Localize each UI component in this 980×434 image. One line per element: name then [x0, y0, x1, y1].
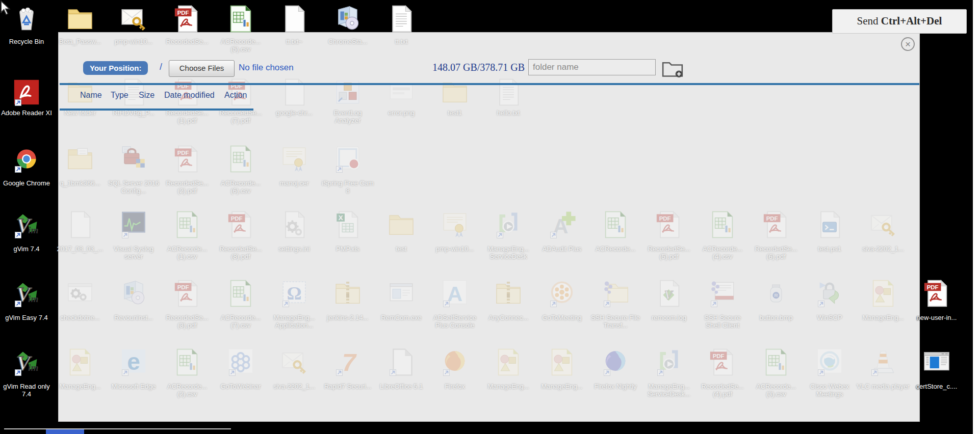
screenshot-window-icon	[922, 347, 951, 377]
shortcut-arrow-icon	[122, 369, 128, 376]
desktop-item-label: VLC media player	[857, 383, 910, 390]
desktop-item-label: gVim Read only 7.4	[0, 383, 53, 398]
desktop-item-label: certStore_c....	[910, 383, 963, 390]
desktop-item-label: ACRecorde... (7).csv	[214, 314, 267, 329]
blank-doc-icon	[65, 210, 95, 239]
desktop-item-label: GoToMeeting	[535, 314, 588, 321]
desktop-item-label: RecordedSe... (1).pdf	[161, 109, 214, 124]
desktop-item-label: ACRecorde... (3).csv	[750, 383, 803, 398]
close-icon[interactable]: ×	[901, 37, 915, 51]
desktop-item-label: ADSelfService Plus Console	[428, 314, 481, 329]
desktop-item-label: AnyConnec...	[482, 314, 535, 321]
webex-icon	[815, 347, 844, 377]
pdf-icon: PDF	[172, 4, 202, 34]
desktop-item-label: checkdotne...	[54, 314, 107, 321]
desktop-item-label: SSH Secure Shell Client	[696, 314, 749, 329]
calc-icon	[708, 210, 737, 239]
pdf-icon: PDF	[172, 279, 202, 308]
column-header-name[interactable]: Name	[80, 91, 102, 100]
pdf-icon: PDF	[172, 144, 202, 174]
desktop-item-label: new-user-in...	[910, 314, 963, 321]
bmp-image-icon: R	[761, 279, 791, 308]
envelope-key-icon	[868, 210, 898, 239]
draw-doc-icon	[547, 347, 577, 377]
desktop-item-label: Adobe Reader XI	[0, 109, 53, 117]
send-ctrl-alt-del-button[interactable]: Send Ctrl+Alt+Del	[832, 9, 967, 34]
svg-text:PDF: PDF	[659, 215, 671, 222]
shortcut-arrow-icon	[443, 369, 450, 376]
desktop-item-label: ACRecorde... (5).csv	[214, 38, 267, 53]
svg-text:PDF: PDF	[177, 284, 189, 290]
svg-text:7: 7	[342, 348, 357, 376]
shortcut-arrow-icon	[604, 301, 610, 307]
calc-icon	[226, 279, 255, 308]
desktop-item-label: ManageEng...	[482, 383, 535, 390]
desktop-item-label: error.png	[375, 109, 428, 117]
desktop-item-label: manoj.cer	[268, 179, 321, 187]
desktop-item-label: test	[375, 245, 428, 253]
column-header-action[interactable]: Action	[224, 91, 247, 100]
ssh-terminal-icon	[708, 279, 737, 308]
no-file-chosen-text: No file chosen	[239, 63, 294, 73]
shortcut-arrow-icon	[390, 369, 396, 376]
desktop-item-label: RecordedSe... (8).pdf	[214, 245, 267, 260]
desktop-item-label: ChromeSta...	[321, 38, 374, 45]
create-folder-icon[interactable]	[661, 60, 684, 78]
envelope-key-icon	[119, 4, 148, 34]
desktop-item-label: PMP.xls	[321, 245, 374, 253]
calc-icon	[172, 347, 202, 377]
svg-text:PDF: PDF	[177, 150, 189, 156]
svg-text:V: V	[664, 288, 674, 302]
shortcut-arrow-icon	[15, 166, 21, 173]
svg-text:im: im	[28, 293, 38, 304]
desktop-item-label: ACRecorde... (2).csv	[161, 383, 214, 398]
send-button-prefix: Send	[857, 15, 881, 27]
screen-edge-strip	[973, 0, 980, 434]
console-icon	[386, 279, 416, 308]
desktop-item-label: SQL Server 2016 Config...	[107, 179, 160, 195]
powershell-doc-icon	[815, 210, 844, 239]
desktop-item-label: LibreOffice 5.1	[375, 383, 428, 390]
pdf-icon: PDF	[922, 279, 951, 308]
vim-doc-icon: V	[654, 279, 684, 308]
vlc-icon	[868, 347, 898, 377]
desktop-item-label: Revouninst...	[107, 314, 160, 321]
draw-doc-icon	[868, 279, 898, 308]
shortcut-arrow-icon	[871, 369, 878, 376]
shortcut-arrow-icon	[336, 166, 343, 173]
desktop-item-label: SSH Secure File Transf...	[589, 314, 642, 329]
text-doc-icon	[386, 4, 416, 34]
shortcut-arrow-icon	[443, 301, 450, 307]
svg-text:R: R	[775, 292, 778, 298]
desktop-item-label: Rapid7 Securi...	[321, 383, 374, 390]
column-header-type[interactable]: Type	[111, 91, 128, 100]
image-thumb-icon	[386, 77, 416, 107]
desktop-item-label: RecordedSe...	[161, 38, 214, 45]
column-header-date-modified[interactable]: Date modified	[164, 91, 215, 100]
gears-window-icon	[65, 279, 95, 308]
adaudit-icon: A	[547, 210, 577, 239]
desktop-item-label: jenkins-2.14...	[321, 314, 374, 321]
desktop-item-label: siva-2202_1...	[857, 245, 910, 253]
libreoffice-icon	[386, 347, 416, 377]
shortcut-arrow-icon	[15, 369, 21, 376]
desktop-item-label: pmp-win10...	[107, 38, 160, 45]
desktop-item-label: RecordedSe... (2).pdf	[161, 179, 214, 195]
svg-text:PDF: PDF	[713, 353, 725, 359]
shortcut-arrow-icon	[15, 99, 21, 106]
choose-files-button[interactable]: Choose Files	[169, 60, 235, 77]
folder-icon	[440, 77, 470, 107]
header-divider-line	[60, 83, 919, 85]
shortcut-arrow-icon	[336, 369, 343, 376]
svg-text:PDF: PDF	[231, 215, 243, 222]
folder-name-input[interactable]	[528, 59, 656, 75]
firefox-nightly-icon	[601, 347, 630, 377]
desktop-item-label: EventLog Analyzer	[321, 109, 374, 124]
desktop-item-label: ManageEng...	[857, 314, 910, 321]
taskbar-start-fragment[interactable]	[46, 429, 84, 434]
column-header-size[interactable]: Size	[139, 91, 154, 100]
desktop-item-label: ADAudit Plus	[535, 245, 588, 253]
text-doc-icon	[494, 77, 523, 107]
toolbox-icon	[119, 144, 148, 174]
folder-zip-icon	[333, 279, 363, 308]
